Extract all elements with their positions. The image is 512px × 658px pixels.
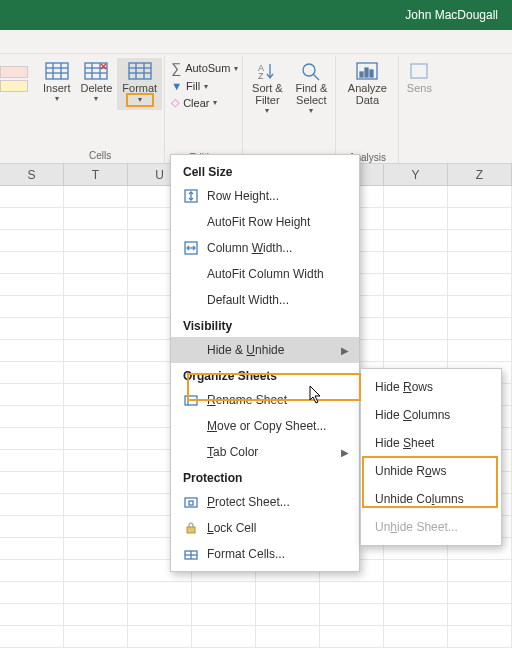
delete-icon — [83, 61, 109, 81]
sensitivity-button[interactable]: Sens — [401, 58, 437, 97]
submenu-hide-rows[interactable]: Hide Rows — [361, 373, 501, 401]
autosum-button[interactable]: ∑ AutoSum ▾ — [171, 58, 238, 78]
fill-icon: ▼ — [171, 80, 182, 92]
chevron-down-icon: ▾ — [234, 64, 238, 73]
menu-tab-color[interactable]: Tab Color ▶ — [171, 439, 359, 465]
svg-rect-25 — [370, 70, 373, 77]
menu-lock-cell[interactable]: Lock Cell — [171, 515, 359, 541]
chevron-down-icon: ▾ — [204, 82, 208, 91]
column-header[interactable]: Z — [448, 164, 512, 185]
format-button[interactable]: Format ▾ — [117, 58, 162, 110]
svg-rect-26 — [411, 64, 427, 78]
analyze-icon — [354, 61, 380, 81]
sort-filter-button[interactable]: AZ Sort & Filter ▾ — [245, 58, 289, 163]
chevron-down-icon: ▾ — [126, 93, 154, 107]
svg-rect-0 — [46, 63, 68, 79]
menu-rename-sheet[interactable]: Rename Sheet — [171, 387, 359, 413]
editing-group: ∑ AutoSum ▾ ▼ Fill ▾ ◇ Clear ▾ Editing — [165, 56, 243, 163]
menu-default-width[interactable]: Default Width... — [171, 287, 359, 313]
insert-icon — [44, 61, 70, 81]
sigma-icon: ∑ — [171, 60, 181, 76]
menu-hide-unhide[interactable]: Hide & Unhide ▶ — [171, 337, 359, 363]
column-header[interactable]: T — [64, 164, 128, 185]
title-bar: John MacDougall — [0, 0, 512, 30]
sensitivity-icon — [406, 61, 432, 81]
menu-header-protection: Protection — [171, 465, 359, 489]
lock-icon — [183, 520, 199, 536]
ribbon-tabs — [0, 30, 512, 54]
menu-protect-sheet[interactable]: Protect Sheet... — [171, 489, 359, 515]
submenu-unhide-rows[interactable]: Unhide Rows — [361, 457, 501, 485]
chevron-right-icon: ▶ — [341, 345, 349, 356]
format-cells-icon — [183, 546, 199, 562]
chevron-down-icon: ▾ — [213, 98, 217, 107]
chevron-down-icon: ▾ — [55, 94, 59, 103]
protect-icon — [183, 494, 199, 510]
menu-header-visibility: Visibility — [171, 313, 359, 337]
analyze-data-button[interactable]: Analyze Data — [340, 58, 394, 109]
delete-button[interactable]: Delete ▾ — [76, 58, 118, 110]
group-label-cells: Cells — [38, 150, 162, 161]
menu-row-height[interactable]: Row Height... — [171, 183, 359, 209]
svg-rect-31 — [185, 396, 197, 405]
svg-rect-24 — [365, 68, 368, 77]
column-header[interactable]: Y — [384, 164, 448, 185]
menu-header-organize: Organize Sheets — [171, 363, 359, 387]
color-swatch-pink[interactable] — [0, 66, 28, 78]
menu-column-width[interactable]: Column Width... — [171, 235, 359, 261]
chevron-right-icon: ▶ — [341, 447, 349, 458]
menu-move-copy[interactable]: Move or Copy Sheet... — [171, 413, 359, 439]
rename-icon — [183, 392, 199, 408]
clear-button[interactable]: ◇ Clear ▾ — [171, 94, 238, 111]
menu-autofit-column[interactable]: AutoFit Column Width — [171, 261, 359, 287]
column-header[interactable]: S — [0, 164, 64, 185]
ribbon: Insert ▾ Delete ▾ Format ▾ Cells ∑ — [0, 54, 512, 164]
sort-icon: AZ — [254, 61, 280, 81]
chevron-down-icon: ▾ — [309, 106, 313, 115]
search-icon — [298, 61, 324, 81]
format-icon — [127, 61, 153, 81]
user-name: John MacDougall — [405, 8, 498, 22]
svg-rect-12 — [129, 63, 151, 79]
cells-group: Insert ▾ Delete ▾ Format ▾ Cells — [36, 56, 165, 163]
menu-format-cells[interactable]: Format Cells... — [171, 541, 359, 567]
row-height-icon — [183, 188, 199, 204]
svg-rect-34 — [189, 501, 193, 505]
menu-header-cell-size: Cell Size — [171, 159, 359, 183]
eraser-icon: ◇ — [171, 96, 179, 109]
sensitivity-group: Sens — [399, 56, 439, 97]
insert-button[interactable]: Insert ▾ — [38, 58, 76, 110]
column-width-icon — [183, 240, 199, 256]
chevron-down-icon: ▾ — [94, 94, 98, 103]
submenu-hide-columns[interactable]: Hide Columns — [361, 401, 501, 429]
submenu-hide-sheet[interactable]: Hide Sheet — [361, 429, 501, 457]
color-swatch-yellow[interactable] — [0, 80, 28, 92]
svg-rect-35 — [187, 527, 195, 533]
font-color-swatches — [0, 56, 32, 92]
svg-line-21 — [313, 74, 319, 80]
hide-unhide-submenu: Hide Rows Hide Columns Hide Sheet Unhide… — [360, 368, 502, 546]
sort-find-group: AZ Sort & Filter ▾ Find & Select ▾ — [243, 56, 336, 163]
svg-rect-23 — [360, 72, 363, 77]
chevron-down-icon: ▾ — [265, 106, 269, 115]
svg-text:Z: Z — [258, 71, 264, 81]
fill-button[interactable]: ▼ Fill ▾ — [171, 78, 238, 94]
submenu-unhide-sheet: Unhide Sheet... — [361, 513, 501, 541]
analysis-group: Analyze Data Analysis — [336, 56, 399, 163]
submenu-unhide-columns[interactable]: Unhide Columns — [361, 485, 501, 513]
find-select-button[interactable]: Find & Select ▾ — [289, 58, 333, 163]
format-dropdown: Cell Size Row Height... AutoFit Row Heig… — [170, 154, 360, 572]
menu-autofit-row[interactable]: AutoFit Row Height — [171, 209, 359, 235]
